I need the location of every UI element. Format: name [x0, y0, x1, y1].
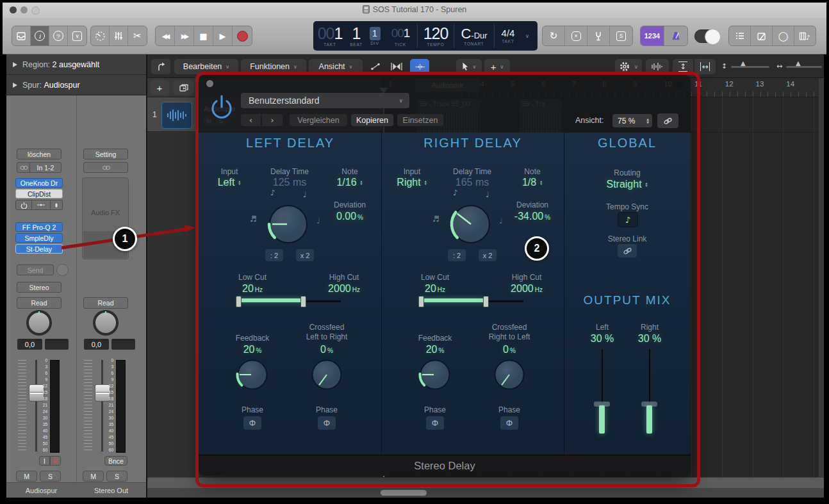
link-button[interactable] — [657, 113, 678, 128]
vertical-zoom-slider[interactable] — [731, 66, 769, 68]
smart-controls-button[interactable] — [91, 26, 110, 45]
preset-dropdown[interactable]: Benutzerstandard ∨ — [241, 93, 409, 108]
menu-bearbeiten[interactable]: Bearbeiten∨ — [174, 59, 238, 74]
bounce-button[interactable]: Bnce — [104, 456, 127, 466]
delete-setting-button[interactable]: löschen — [17, 149, 62, 159]
lcd-tempo[interactable]: 120 TEMPO — [418, 21, 454, 51]
low-cut-value[interactable]: 20Hz — [242, 283, 263, 295]
vertical-scrollbar[interactable] — [818, 78, 824, 498]
delay-time-knob-r[interactable] — [448, 202, 493, 247]
master-toggle[interactable] — [694, 29, 720, 43]
plugin-close-icon[interactable] — [206, 80, 213, 87]
plugin-slot-controls[interactable]: ▲▼ — [15, 200, 63, 210]
feedback-knob-r[interactable] — [417, 357, 453, 393]
track-inspector-header[interactable]: Spur: Audiospur — [6, 75, 147, 95]
plugin-slot-oneknob[interactable]: OneKnob Dr — [15, 178, 63, 188]
channel-fader-2[interactable]: 03691215182124303540455060 — [74, 360, 133, 451]
stepper-icon[interactable]: ▲▼ — [51, 200, 62, 209]
power-icon[interactable] — [16, 200, 32, 209]
view-scale-stepper[interactable]: 75 % ▲▼ — [612, 114, 652, 127]
cycle-button[interactable]: ↻ — [543, 26, 565, 45]
low-cut-handle[interactable] — [418, 296, 424, 307]
stereo-link-button[interactable] — [618, 244, 637, 257]
paste-button[interactable]: Einsetzen — [397, 114, 443, 126]
input-select-r[interactable]: Right▲▼ — [397, 177, 427, 188]
output-button[interactable]: Stereo — [17, 282, 62, 293]
strip-name-2[interactable]: Stereo Out — [76, 482, 146, 498]
low-cut-handle[interactable] — [236, 296, 242, 307]
pointer-tool-menu[interactable]: ∨ — [456, 59, 482, 74]
high-cut-value-r[interactable]: 2000Hz — [511, 283, 543, 295]
setting-button[interactable]: Setting — [83, 149, 128, 159]
send-knob[interactable] — [56, 264, 69, 276]
library-button[interactable] — [12, 26, 31, 45]
copy-button[interactable]: Kopieren — [351, 114, 393, 126]
vertical-auto-zoom-button[interactable]: ↕ — [673, 59, 694, 74]
count-in-button[interactable]: 1234 — [641, 26, 664, 45]
phase-button-r2[interactable]: Φ — [500, 416, 518, 430]
phase-button-2[interactable]: Φ — [318, 416, 336, 430]
track-icon-button[interactable] — [161, 102, 192, 129]
routing-select[interactable]: Straight▲▼ — [606, 179, 648, 190]
horizontal-zoom-thumb[interactable]: ▲ — [796, 60, 801, 67]
play-button[interactable]: ▶ — [213, 26, 233, 45]
lcd-chevron-icon[interactable]: ∨ — [521, 21, 533, 51]
tuner-button[interactable] — [587, 26, 610, 45]
cut-range-slider-r[interactable] — [418, 295, 523, 307]
forward-button[interactable]: ▶▶ — [175, 26, 194, 45]
high-cut-value[interactable]: 2000Hz — [328, 283, 360, 295]
mute-button-2[interactable]: M — [83, 471, 104, 482]
high-cut-handle[interactable] — [300, 296, 306, 307]
output-right-value[interactable]: 30 % — [638, 333, 661, 345]
double-time-button-r[interactable]: x 2 — [479, 249, 497, 261]
mute-button[interactable]: M — [16, 471, 37, 482]
crossfeed-knob[interactable] — [309, 357, 345, 393]
high-cut-handle[interactable] — [483, 296, 489, 307]
stereo-format-button[interactable]: ○○ — [83, 162, 128, 173]
lcd-signature[interactable]: 4/4 TAKT — [495, 21, 521, 51]
rewind-button[interactable]: ◀◀ — [156, 26, 175, 45]
plugin-slot-proq2[interactable]: FF Pro-Q 2 — [15, 222, 63, 232]
replace-button[interactable]: × — [565, 26, 587, 45]
crossfeed-knob-r[interactable] — [491, 357, 527, 393]
input-select[interactable]: Left▲▼ — [218, 177, 242, 188]
strip-name[interactable]: Audiospur — [6, 482, 76, 498]
lcd-tick[interactable]: 001 TICK — [384, 21, 417, 51]
horizontal-scrollbar[interactable] — [147, 488, 824, 498]
feedback-value-r[interactable]: 20% — [426, 344, 445, 355]
toolbar-toggle-button[interactable]: ∨ — [68, 26, 86, 45]
metronome-button[interactable] — [664, 26, 687, 45]
solo-button-strip-2[interactable]: S — [106, 471, 127, 482]
scrollbar-thumb[interactable] — [381, 490, 427, 496]
halve-time-button-r[interactable]: : 2 — [448, 249, 466, 261]
prev-preset-button[interactable]: ‹ — [241, 114, 261, 126]
editors-button[interactable]: ✂ — [128, 26, 147, 45]
input-monitor-button[interactable]: I — [39, 456, 50, 466]
low-cut-value-r[interactable]: 20Hz — [425, 283, 445, 295]
note-select[interactable]: 1/16▲▼ — [336, 177, 363, 188]
cut-range-slider[interactable] — [236, 295, 341, 307]
waveform-zoom-button[interactable] — [646, 59, 669, 74]
plugin-slot-clipdist[interactable]: ClipDist — [15, 189, 63, 199]
lcd-beat[interactable]: 1 BEAT — [347, 21, 366, 51]
automation-button[interactable] — [366, 60, 384, 73]
solo-button[interactable]: S — [610, 26, 632, 45]
list-editors-button[interactable] — [729, 26, 751, 45]
catch-playhead-button[interactable]: →|← — [410, 59, 429, 74]
snap-menu[interactable]: ∨ — [615, 59, 642, 74]
lcd-div[interactable]: 1 DIV — [366, 21, 384, 51]
tempo-sync-button[interactable]: ♪ — [618, 212, 638, 227]
flex-button[interactable] — [387, 60, 406, 73]
delay-time-knob[interactable] — [266, 202, 311, 247]
phase-button[interactable]: Φ — [243, 416, 261, 430]
menu-ansicht[interactable]: Ansicht∨ — [309, 59, 363, 74]
delay-time-value-r[interactable]: 165 ms — [456, 177, 489, 188]
send-slot[interactable]: Send — [17, 264, 54, 275]
lcd-display[interactable]: 001 TAKT 1 BEAT 1 DIV 001 TICK 120 TEMPO — [313, 21, 538, 51]
double-time-button[interactable]: x 2 — [296, 249, 314, 261]
apple-loops-button[interactable]: ◯ — [773, 26, 794, 45]
volume-readout[interactable]: 0,0 — [17, 339, 42, 350]
lcd-key[interactable]: C-Dur TONART — [454, 21, 494, 51]
pan-knob[interactable] — [26, 310, 52, 336]
region-inspector-header[interactable]: Region: 2 ausgewählt — [6, 54, 147, 75]
